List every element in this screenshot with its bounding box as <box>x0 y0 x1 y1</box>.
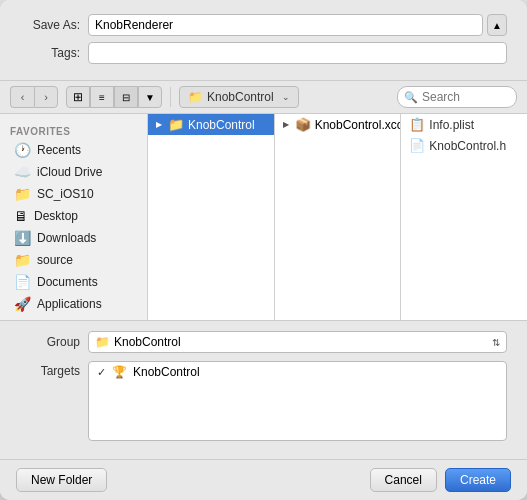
back-button[interactable]: ‹ <box>10 86 34 108</box>
save-as-row: Save As: ▲ <box>20 14 507 36</box>
top-form-area: Save As: ▲ Tags: <box>0 0 527 81</box>
expand-collapse-button[interactable]: ▲ <box>487 14 507 36</box>
save-as-input[interactable] <box>88 14 483 36</box>
footer-right-buttons: Cancel Create <box>370 468 511 492</box>
recents-label: Recents <box>37 143 81 157</box>
sidebar-item-applications[interactable]: 🚀 Applications <box>4 293 143 315</box>
file-panel-3: 📋 Info.plist 📄 KnobControl.h <box>401 114 527 320</box>
desktop-icon: 🖥 <box>14 208 28 224</box>
sidebar-item-sc-ios10[interactable]: 📁 SC_iOS10 <box>4 183 143 205</box>
new-folder-button[interactable]: New Folder <box>16 468 107 492</box>
right-panel-item-plist: 📋 Info.plist <box>401 114 527 135</box>
sc-ios10-icon: 📁 <box>14 186 31 202</box>
group-value: KnobControl <box>114 335 181 349</box>
sidebar-item-source[interactable]: 📁 source <box>4 249 143 271</box>
file-item-knobcontrol[interactable]: ▶ 📁 KnobControl <box>148 114 274 135</box>
group-dropdown[interactable]: 📁 KnobControl ⇅ <box>88 331 507 353</box>
create-button[interactable]: Create <box>445 468 511 492</box>
chevron-icon: ▲ <box>492 20 502 31</box>
sidebar-item-desktop[interactable]: 🖥 Desktop <box>4 205 143 227</box>
source-label: source <box>37 253 73 267</box>
view-toggle: ⊞ ≡ ⊟ ▼ <box>66 86 162 108</box>
path-dropdown[interactable]: 📁 KnobControl ⌄ <box>179 86 299 108</box>
arrow-icon-2: ▶ <box>283 120 289 129</box>
path-label: KnobControl <box>207 90 274 104</box>
sc-ios10-label: SC_iOS10 <box>37 187 94 201</box>
sidebar: Favorites 🕐 Recents ☁️ iCloud Drive 📁 SC… <box>0 114 148 320</box>
applications-label: Applications <box>37 297 102 311</box>
tags-row: Tags: <box>20 42 507 64</box>
file-panels: ▶ 📁 KnobControl ▶ 📦 KnobControl.xcodepro… <box>148 114 527 320</box>
sidebar-item-recents[interactable]: 🕐 Recents <box>4 139 143 161</box>
folder-icon: 📁 <box>188 90 203 104</box>
knobcontrol-folder-icon: 📁 <box>168 117 184 132</box>
file-panel-1: ▶ 📁 KnobControl <box>148 114 275 320</box>
save-as-label: Save As: <box>20 18 80 32</box>
group-folder-icon: 📁 <box>95 335 110 349</box>
target-icon: 🏆 <box>112 365 127 379</box>
main-content: Favorites 🕐 Recents ☁️ iCloud Drive 📁 SC… <box>0 114 527 320</box>
dropdown-chevron: ⌄ <box>282 92 290 102</box>
group-label: Group <box>20 335 80 349</box>
sidebar-item-documents[interactable]: 📄 Documents <box>4 271 143 293</box>
right-panel-item-h: 📄 KnobControl.h <box>401 135 527 156</box>
footer: New Folder Cancel Create <box>0 459 527 500</box>
favorites-section-label: Favorites <box>0 122 147 139</box>
documents-icon: 📄 <box>14 274 31 290</box>
plist-icon: 📋 <box>409 117 425 132</box>
target-name: KnobControl <box>133 365 200 379</box>
h-file-name: KnobControl.h <box>429 139 506 153</box>
toolbar: ‹ › ⊞ ≡ ⊟ ▼ 📁 KnobControl ⌄ 🔍 <box>0 81 527 114</box>
search-input[interactable] <box>397 86 517 108</box>
sidebar-item-icloud[interactable]: ☁️ iCloud Drive <box>4 161 143 183</box>
h-file-icon: 📄 <box>409 138 425 153</box>
documents-label: Documents <box>37 275 98 289</box>
target-item-knobcontrol[interactable]: ✓ 🏆 KnobControl <box>89 362 506 382</box>
downloads-label: Downloads <box>37 231 96 245</box>
group-row: Group 📁 KnobControl ⇅ <box>20 331 507 353</box>
recents-icon: 🕐 <box>14 142 31 158</box>
targets-list: ✓ 🏆 KnobControl <box>88 361 507 441</box>
file-item-xcodeproj[interactable]: ▶ 📦 KnobControl.xcodeproj <box>275 114 401 135</box>
more-view-button[interactable]: ▼ <box>138 86 162 108</box>
icon-view-button[interactable]: ⊞ <box>66 86 90 108</box>
icloud-icon: ☁️ <box>14 164 31 180</box>
cancel-button[interactable]: Cancel <box>370 468 437 492</box>
forward-icon: › <box>44 91 48 103</box>
icloud-label: iCloud Drive <box>37 165 102 179</box>
sidebar-item-downloads[interactable]: ⬇️ Downloads <box>4 227 143 249</box>
group-dropdown-arrow: ⇅ <box>492 337 500 348</box>
save-dialog: Save As: ▲ Tags: ‹ › ⊞ ≡ ⊟ ▼ <box>0 0 527 500</box>
knobcontrol-name: KnobControl <box>188 118 255 132</box>
list-view-button[interactable]: ≡ <box>90 86 114 108</box>
bottom-options: Group 📁 KnobControl ⇅ Targets ✓ 🏆 KnobCo… <box>0 320 527 459</box>
tags-input[interactable] <box>88 42 507 64</box>
search-wrapper: 🔍 <box>397 86 517 108</box>
xcodeproj-name: KnobControl.xcodeproj <box>315 118 402 132</box>
xcodeproj-icon: 📦 <box>295 117 311 132</box>
file-panel-2: ▶ 📦 KnobControl.xcodeproj <box>275 114 402 320</box>
plist-name: Info.plist <box>429 118 474 132</box>
downloads-icon: ⬇️ <box>14 230 31 246</box>
back-icon: ‹ <box>21 91 25 103</box>
applications-icon: 🚀 <box>14 296 31 312</box>
column-view-button[interactable]: ⊟ <box>114 86 138 108</box>
forward-button[interactable]: › <box>34 86 58 108</box>
targets-row: Targets ✓ 🏆 KnobControl <box>20 361 507 441</box>
targets-label: Targets <box>20 361 80 378</box>
checkmark-icon: ✓ <box>97 366 106 379</box>
tags-label: Tags: <box>20 46 80 60</box>
arrow-icon: ▶ <box>156 120 162 129</box>
toolbar-separator <box>170 87 171 107</box>
source-icon: 📁 <box>14 252 31 268</box>
desktop-label: Desktop <box>34 209 78 223</box>
